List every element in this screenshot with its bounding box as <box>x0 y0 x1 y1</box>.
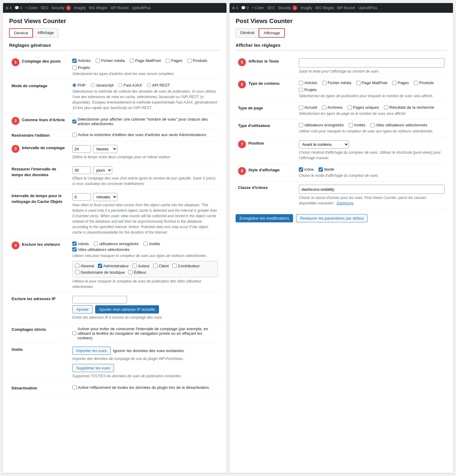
check-tc-pages[interactable]: Pages <box>392 80 409 85</box>
admin-bar-imagify-right[interactable]: Imagify <box>300 6 312 10</box>
label-comptages-stricts: Comptages stricts <box>9 323 70 343</box>
check-projets[interactable]: Projets <box>72 65 90 70</box>
check-restreindre[interactable]: Active la restriction d'édition des vues… <box>72 132 218 137</box>
admin-bar-security[interactable]: Security 1 <box>51 5 71 10</box>
check-editeur[interactable]: Éditeur <box>128 270 146 275</box>
desc-exclure-ip: Entrer les adresses IP à exclure du comp… <box>72 315 218 320</box>
field-restreindre: Active la restriction d'édition des vues… <box>70 129 220 142</box>
check-tp-recherche[interactable]: Résultats de la recherche <box>384 105 434 110</box>
admin-bar-security-right[interactable]: Security 1 <box>278 5 298 10</box>
check-tp-pages-uniques[interactable]: Pages uniques <box>347 105 379 110</box>
check-desactivation[interactable]: Active l'effacement de toutes les donnée… <box>72 385 218 390</box>
check-tp-archives[interactable]: Archives <box>322 105 343 110</box>
check-utilisateurs-enregistres[interactable]: utilisateurs enregistrés <box>94 241 139 246</box>
badge-5: 5 <box>238 58 246 66</box>
radio-javascript[interactable]: Javascript <box>91 83 114 87</box>
desc-outils: Importer des données de comptage de vue … <box>72 356 218 361</box>
check-pages[interactable]: Pages <box>166 58 182 63</box>
input-intervalle-comptage[interactable] <box>72 145 91 153</box>
check-tp-accueil[interactable]: Accueil <box>299 105 317 110</box>
field-cache-objets: minutes heures How often to flush cached… <box>70 190 220 238</box>
ip-buttons-row: Ajouter Ajouter mon adresse IP actuelle <box>72 305 218 313</box>
label-position: 7 Position <box>236 137 296 164</box>
check-client[interactable]: Client <box>153 264 169 268</box>
label-mode-comptage: Mode de comptage <box>9 80 70 114</box>
check-tc-mailpoet[interactable]: Page MailPoet <box>356 80 388 85</box>
admin-bar-updraft-right[interactable]: UpdraftPlus <box>358 6 377 10</box>
button-ajouter-ip[interactable]: Ajouter <box>72 305 93 313</box>
check-contributeur[interactable]: Contributeur <box>172 264 200 268</box>
check-articles[interactable]: Articles <box>72 58 91 63</box>
check-mailpoet[interactable]: Page MailPoet <box>130 58 161 63</box>
badge-8: 8 <box>238 167 246 175</box>
check-tu-invites[interactable]: invités <box>349 123 365 127</box>
admin-bar-create-right[interactable]: + Créer <box>252 6 264 10</box>
select-position[interactable]: Avant le contenu Après le contenu Shortc… <box>299 140 349 149</box>
check-colonne-vues[interactable]: Sélectionner pour afficher une colonne "… <box>72 117 218 126</box>
radio-fast-ajax[interactable]: Fast AJAX <box>118 83 142 87</box>
row-type-contenu: 6 Type de contenu Articles Fichier média… <box>236 77 447 102</box>
dashicons-link[interactable]: Dashicons <box>337 201 354 205</box>
label-restaurer: Restaurer l'intervalle de temps des donn… <box>9 163 70 190</box>
check-abonne[interactable]: Abonné <box>75 264 94 268</box>
tab-general-right[interactable]: Général <box>236 28 259 38</box>
check-tu-roles[interactable]: rôles utilisateurs sélectionnés <box>370 123 427 127</box>
check-invites[interactable]: invités <box>143 241 160 246</box>
check-tu-enregistres[interactable]: utilisateurs enregistrés <box>299 123 344 127</box>
right-form-table: 5 Afficher le Texte Saisir le texte pour… <box>236 55 447 209</box>
tab-general-left[interactable]: Général <box>9 28 33 38</box>
input-cache-objets[interactable] <box>72 193 91 201</box>
admin-bar-seo[interactable]: SEO <box>40 6 48 10</box>
desc-supprimer: Supprimez TOUTES les données de vues de … <box>72 373 218 379</box>
right-content: Post Views Counter Général Affichage Aff… <box>230 13 453 227</box>
admin-bar-rocket[interactable]: WP Rocket <box>110 6 129 10</box>
input-afficher-texte[interactable] <box>299 58 444 67</box>
button-supprimer-vues[interactable]: Supprimer les vues <box>72 364 114 372</box>
input-restaurer[interactable] <box>72 166 91 174</box>
admin-bar-rocket-right[interactable]: WP Rocket <box>337 6 355 10</box>
admin-bar-imagify[interactable]: Imagify <box>74 6 86 10</box>
button-importer-vues[interactable]: Importer les vues <box>72 347 111 355</box>
check-produits[interactable]: Produits <box>187 58 207 63</box>
admin-bar-seo-right[interactable]: SEO <box>267 6 275 10</box>
radio-api-rest[interactable]: API REST <box>147 83 170 87</box>
row-exclure-visiteurs: 4 Exclure les visiteurs robots utilisate… <box>9 238 220 293</box>
field-comptage-posts: Articles Fichier média Page MailPoet Pag… <box>70 55 220 80</box>
admin-bar-weglot[interactable]: WG Weglot <box>89 6 107 10</box>
check-administrateur[interactable]: Administrateur <box>98 264 129 268</box>
button-ajouter-ip-actuelle[interactable]: Ajouter mon adresse IP actuelle <box>95 305 159 313</box>
check-tc-produits[interactable]: Produits <box>414 80 434 85</box>
check-comptages-stricts[interactable]: Activer pour éviter de contourner l'inte… <box>72 327 218 340</box>
check-tc-projets[interactable]: Projets <box>299 87 316 92</box>
select-jours[interactable]: jours mois <box>93 166 112 174</box>
button-save[interactable]: Enregistrer les modifications <box>236 214 293 222</box>
left-content: Post Views Counter Général Affichage Rég… <box>3 13 226 399</box>
check-robots[interactable]: robots <box>72 241 89 246</box>
label-type-contenu: 6 Type de contenu <box>236 77 296 102</box>
check-gestionnaire[interactable]: Gestionnaire de boutique <box>75 270 125 275</box>
check-icone[interactable]: icône <box>299 167 314 172</box>
right-page-title: Post Views Counter <box>236 18 447 25</box>
select-heures[interactable]: heures minutes <box>93 145 117 153</box>
check-tc-fichier[interactable]: Fichier média <box>322 80 351 85</box>
ip-input[interactable] <box>72 296 127 303</box>
check-libelle[interactable]: libellé <box>319 167 334 172</box>
admin-bar-updraft[interactable]: UpdraftPlus <box>132 6 151 10</box>
label-comptage-posts: 1 Comptage des posts <box>9 55 70 80</box>
input-classe-icones[interactable] <box>299 185 444 194</box>
label-restreindre: Restreindre l'édition <box>9 129 70 142</box>
button-restore[interactable]: Restaurer les paramètres par défaut <box>296 214 368 222</box>
tab-affichage-right[interactable]: Affichage <box>259 28 285 38</box>
radio-php[interactable]: PHP <box>72 83 86 87</box>
check-tc-articles[interactable]: Articles <box>299 80 317 85</box>
admin-bar-weglot-right[interactable]: WG Weglot <box>315 6 334 10</box>
checkboxes-visiteurs: robots utilisateurs enregistrés invités <box>72 241 218 246</box>
check-fichier-media[interactable]: Fichier média <box>96 58 125 63</box>
check-auteur[interactable]: Auteur <box>133 264 150 268</box>
select-minutes[interactable]: minutes heures <box>93 193 117 201</box>
label-outils: Outils <box>9 343 70 382</box>
admin-bar-create[interactable]: + Créer <box>25 6 37 10</box>
tab-affichage-left[interactable]: Affichage <box>33 28 58 38</box>
check-roles-selectionnes[interactable]: rôles utilisateurs sélectionnés <box>72 247 130 252</box>
left-page-title: Post Views Counter <box>9 18 220 25</box>
